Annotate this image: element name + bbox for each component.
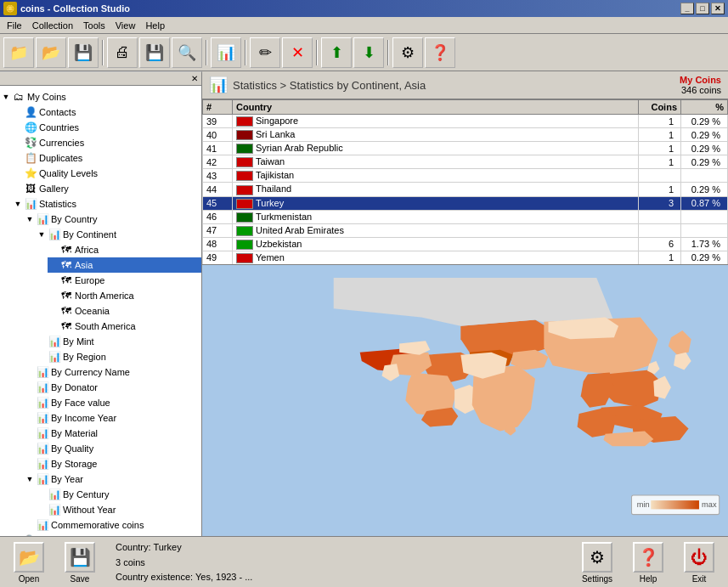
toolbar-export2-button[interactable]: ⬇ (353, 37, 384, 68)
tree-item-oceania[interactable]: 🗺 Oceania (48, 303, 201, 319)
maximize-button[interactable]: □ (696, 3, 709, 14)
table-row[interactable]: 49 Yemen 1 0.29 % (203, 251, 728, 264)
menu-tools[interactable]: Tools (78, 19, 110, 32)
cell-pct: 0.87 % (681, 196, 728, 210)
table-row[interactable]: 48 Uzbekistan 6 1.73 % (203, 237, 728, 251)
tree-item-contacts[interactable]: 👤 Contacts (12, 104, 201, 120)
toolbar-open-button[interactable]: 📁 (3, 37, 34, 68)
toolbar-search-button[interactable]: 🔍 (172, 37, 202, 68)
tree-item-my-coins[interactable]: ▼ 🗂 My Coins (0, 89, 201, 104)
toolbar-edit-button[interactable]: ✏ (250, 37, 280, 68)
tree-item-currencies[interactable]: 💱 Currencies (12, 135, 201, 150)
close-button[interactable]: ✕ (711, 3, 725, 14)
toolbar-export-button[interactable]: 💾 (139, 37, 170, 68)
tree-item-quality-levels[interactable]: ⭐ Quality Levels (12, 166, 201, 181)
tree-item-north-america[interactable]: 🗺 North America (48, 288, 201, 303)
tree-label: By Year (51, 474, 83, 484)
expand-icon[interactable]: ▼ (24, 215, 36, 223)
expand-icon[interactable]: ▼ (0, 93, 12, 101)
legend-max-text: max (702, 500, 717, 509)
tree-item-south-america[interactable]: 🗺 South America (48, 319, 201, 334)
tree-item-by-quality[interactable]: 📊 By Quality (24, 441, 201, 456)
cell-pct: 0.29 % (681, 155, 728, 169)
tree-label: Quality Levels (39, 168, 98, 178)
table-row[interactable]: 41 Syrian Arab Republic 1 0.29 % (203, 142, 728, 155)
tree-item-by-currency[interactable]: 📊 By Currency Name (24, 364, 201, 380)
toolbar-separator-3 (245, 40, 246, 65)
table-row[interactable]: 40 Sri Lanka 1 0.29 % (203, 128, 728, 142)
cell-num: 47 (203, 223, 233, 237)
cell-country: Turkey (233, 196, 639, 210)
toolbar-import-button[interactable]: ⬆ (321, 37, 352, 68)
table-row[interactable]: 39 Singapore 1 0.29 % (203, 115, 728, 128)
duplicate-icon: 📋 (24, 151, 37, 165)
table-row[interactable]: 42 Taiwan 1 0.29 % (203, 155, 728, 169)
flag-icon (236, 116, 253, 127)
tree-item-by-material[interactable]: 📊 By Material (24, 426, 201, 441)
tree-item-statistics[interactable]: ▼ 📊 Statistics (12, 196, 201, 212)
toolbar-save-button[interactable]: 💾 (68, 37, 99, 68)
flag-icon (236, 240, 253, 250)
toolbar-help-button[interactable]: ❓ (425, 37, 455, 68)
tree-item-by-donator[interactable]: 📊 By Donator (24, 380, 201, 395)
panel-close-button[interactable]: ✕ (191, 74, 198, 83)
open-icon: 📂 (14, 542, 44, 573)
tree-item-europe[interactable]: 🗺 Europe (48, 273, 201, 288)
exit-icon: ⏻ (684, 542, 714, 573)
tree-item-by-country[interactable]: ▼ 📊 By Country (24, 212, 201, 227)
flag-icon (236, 157, 253, 167)
data-table: # Country Coins % 39 Singapore 1 0.29 % … (202, 99, 728, 265)
menu-bar: File Collection Tools View Help (0, 17, 728, 34)
table-row[interactable]: 45 Turkey 3 0.87 % (203, 196, 728, 210)
stats-breadcrumb: Statistics > Statistics by Continent, As… (233, 79, 426, 92)
exit-button[interactable]: ⏻ Exit (677, 542, 721, 584)
tree-label: Without Year (63, 505, 116, 515)
tree-item-without-year[interactable]: 📊 Without Year (36, 502, 201, 517)
toolbar-delete-button[interactable]: ✕ (282, 37, 313, 68)
expand-icon[interactable]: ▼ (12, 200, 24, 208)
minimize-button[interactable]: _ (680, 3, 694, 14)
tree-label: By Century (63, 489, 109, 500)
coins-badge-count: 346 coins (680, 85, 721, 95)
tree-item-by-year[interactable]: ▼ 📊 By Year (24, 471, 201, 487)
save-button[interactable]: 💾 Save (58, 542, 102, 584)
table-row[interactable]: 43 Tajikistan (203, 169, 728, 183)
tree-item-by-continent[interactable]: ▼ 📊 By Continent (36, 227, 201, 242)
tree-item-search-results[interactable]: 🔍 Search Results (12, 533, 201, 536)
expand-icon[interactable]: ▼ (36, 230, 48, 239)
tree-item-by-mint[interactable]: 📊 By Mint (36, 334, 201, 349)
menu-view[interactable]: View (110, 19, 141, 32)
table-row[interactable]: 47 United Arab Emirates (203, 223, 728, 237)
tree-item-by-storage[interactable]: 📊 By Storage (24, 456, 201, 471)
menu-help[interactable]: Help (140, 19, 170, 32)
toolbar-print-button[interactable]: 🖨 (107, 37, 138, 68)
tree-item-africa[interactable]: 🗺 Africa (48, 242, 201, 257)
expand-icon[interactable]: ▼ (24, 475, 36, 483)
tree-item-by-century[interactable]: 📊 By Century (36, 487, 201, 502)
right-panel: 📊 Statistics > Statistics by Continent, … (202, 71, 728, 536)
table-row[interactable]: 46 Turkmenistan (203, 210, 728, 223)
toolbar-folder-button[interactable]: 📂 (36, 37, 66, 68)
table-row[interactable]: 44 Thailand 1 0.29 % (203, 183, 728, 196)
tree-item-by-income-year[interactable]: 📊 By Income Year (24, 410, 201, 426)
help-button[interactable]: ❓ Help (626, 542, 670, 584)
col-header-pct: % (681, 100, 728, 115)
tree-label: Duplicates (39, 153, 82, 163)
tree-item-gallery[interactable]: 🖼 Gallery (12, 181, 201, 196)
tree-item-asia[interactable]: 🗺 Asia (48, 257, 201, 273)
toolbar-chart-button[interactable]: 📊 (211, 37, 241, 68)
tree-item-by-region[interactable]: 📊 By Region (36, 349, 201, 364)
open-button[interactable]: 📂 Open (7, 542, 51, 584)
save-icon: 💾 (65, 542, 95, 573)
menu-file[interactable]: File (2, 19, 27, 32)
tree-item-duplicates[interactable]: 📋 Duplicates (12, 150, 201, 166)
settings-button[interactable]: ⚙ Settings (575, 542, 619, 584)
toolbar-settings-button[interactable]: ⚙ (392, 37, 423, 68)
cell-coins (639, 169, 681, 183)
tree-item-commemorative[interactable]: 📊 Commemorative coins (24, 517, 201, 533)
expand-icon (12, 184, 24, 193)
tree-item-by-face-value[interactable]: 📊 By Face value (24, 395, 201, 410)
tree-item-countries[interactable]: 🌐 Countries (12, 120, 201, 135)
save-label: Save (71, 574, 90, 584)
menu-collection[interactable]: Collection (27, 19, 78, 32)
